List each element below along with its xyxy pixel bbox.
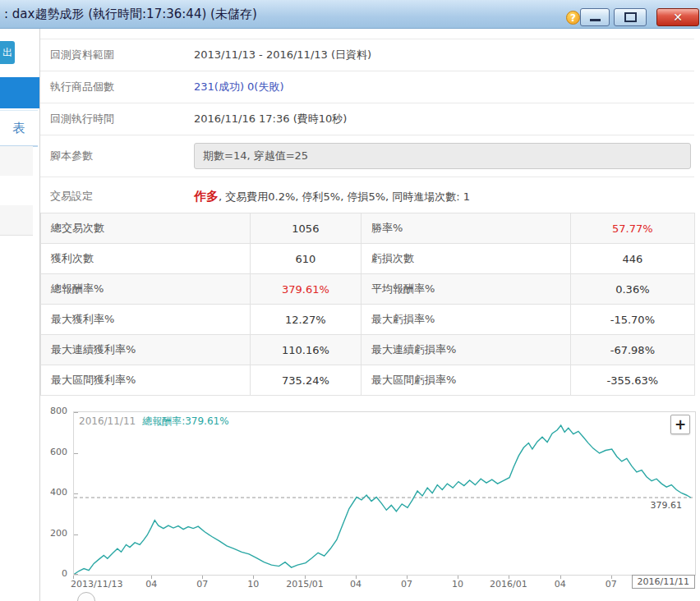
pan-circle-button[interactable] (77, 592, 95, 601)
y-tick-label: 600 (50, 447, 67, 457)
x-tick-label: 07 (196, 579, 208, 590)
y-axis: 0200400600800 (40, 411, 71, 574)
help-icon: ? (570, 12, 576, 24)
y-tick-label: 400 (50, 487, 67, 498)
info-row-script-params: 腳本參數 期數=14, 穿越值=25 (40, 135, 694, 177)
window-title: : dax趨勢成形 (執行時間:17:36:44) (未儲存) (4, 7, 257, 22)
minimize-button[interactable] (580, 8, 610, 26)
chart-annotation: 2016/11/11總報酬率:379.61% (79, 415, 229, 429)
x-tick-mark (202, 576, 203, 579)
info-value: 作多, 交易費用0.2%, 停利5%, 停損5%, 同時進場次數: 1 (194, 189, 470, 204)
x-tick-mark (356, 576, 357, 579)
info-row-data-range: 回測資料範圍 2013/11/13 - 2016/11/13 (日資料) (40, 39, 694, 71)
x-tick-label: 2016/01 (490, 579, 527, 590)
sidebar-item-export[interactable]: 出 (0, 41, 15, 64)
results-chart: 0200400600800 2016/11/11總報酬率:379.61% + 3… (40, 405, 698, 601)
sidebar-export-label: 出 (2, 46, 12, 60)
y-tick-mark (74, 574, 78, 575)
stat-value-cell: 735.24% (250, 365, 361, 396)
marker-label: 379.61 (649, 500, 684, 511)
x-tick-label: 10 (247, 579, 259, 590)
x-tick-mark (560, 576, 561, 579)
stat-label-cell: 最大虧損率% (362, 305, 571, 335)
x-tick-mark (458, 576, 458, 579)
title-bar[interactable]: : dax趨勢成形 (執行時間:17:36:44) (未儲存) ? ✕ (0, 0, 700, 29)
x-tick-mark (305, 576, 306, 579)
sidebar-list-item[interactable] (0, 205, 33, 236)
info-label: 交易設定 (50, 189, 194, 204)
info-row-run-time: 回測執行時間 2016/11/16 17:36 (費時10秒) (40, 103, 694, 135)
x-axis: 2013/11/130407102015/010407102016/010407 (73, 576, 694, 592)
x-tick-label: 04 (555, 579, 566, 590)
plot-area[interactable]: 2016/11/11總報酬率:379.61% + 379.61 (73, 411, 696, 576)
x-tick-label: 07 (606, 579, 617, 590)
table-row: 最大獲利率% 12.27% 最大虧損率% -15.70% (41, 305, 695, 335)
stat-label-cell: 總報酬率% (41, 274, 251, 305)
table-row: 最大連續獲利率% 110.16% 最大連續虧損率% -67.98% (41, 335, 695, 365)
help-button[interactable]: ? (566, 11, 580, 25)
stat-value-cell: -67.98% (570, 335, 694, 365)
x-tick-mark (73, 576, 74, 579)
script-params-input[interactable]: 期數=14, 穿越值=25 (194, 143, 691, 169)
y-tick-mark (74, 493, 78, 494)
x-tick-label: 07 (401, 579, 412, 590)
annotation-series: 總報酬率:379.61% (142, 415, 228, 427)
maximize-button[interactable] (614, 8, 647, 26)
x-tick-mark (253, 576, 254, 579)
sidebar-item-active[interactable] (0, 77, 39, 108)
info-label: 回測執行時間 (50, 112, 194, 126)
info-label: 回測資料範圍 (50, 48, 194, 62)
y-tick-label: 0 (62, 568, 67, 579)
annotation-date: 2016/11/11 (79, 415, 136, 427)
trade-settings-rest: , 交易費用0.2%, 停利5%, 停損5%, 同時進場次數: 1 (219, 190, 470, 203)
stat-value-cell: 0.36% (570, 274, 694, 305)
minimize-icon (590, 19, 601, 21)
stat-label-cell: 獲利次數 (41, 244, 251, 274)
x-tick-mark (509, 576, 509, 579)
x-tick-label: 04 (145, 579, 157, 590)
equity-curve (74, 425, 691, 574)
zoom-in-button[interactable]: + (670, 415, 690, 434)
info-row-symbol-count: 執行商品個數 231(成功) 0(失敗) (40, 71, 694, 103)
table-row: 最大區間獲利率% 735.24% 最大區間虧損率% -355.63% (41, 365, 695, 396)
x-tick-mark (151, 576, 152, 579)
y-tick-label: 800 (50, 406, 67, 416)
info-value: 2016/11/16 17:36 (費時10秒) (194, 112, 347, 126)
y-tick-mark (74, 453, 78, 454)
info-label: 執行商品個數 (50, 80, 194, 94)
stat-value-cell: 610 (250, 244, 361, 274)
y-tick-label: 200 (50, 528, 67, 539)
close-button[interactable]: ✕ (656, 8, 699, 26)
main-panel: 回測資料範圍 2013/11/13 - 2016/11/13 (日資料) 執行商… (39, 29, 700, 601)
table-row: 總交易次數 1056 勝率% 57.77% (41, 213, 695, 244)
x-tick-mark (611, 576, 612, 579)
stat-value-cell: 110.16% (250, 335, 361, 365)
x-tick-label: 10 (452, 579, 463, 590)
stat-value-cell: -15.70% (570, 305, 694, 335)
stat-label-cell: 平均報酬率% (362, 274, 571, 305)
info-row-trade-settings: 交易設定 作多, 交易費用0.2%, 停利5%, 停損5%, 同時進場次數: 1 (40, 177, 694, 216)
y-tick-mark (74, 534, 78, 535)
close-icon: ✕ (657, 9, 698, 25)
sidebar-tab-report[interactable]: 表 (0, 110, 38, 147)
info-label: 腳本參數 (50, 149, 194, 163)
stat-value-cell: 446 (570, 244, 694, 274)
y-tick-mark (74, 412, 78, 413)
stat-label-cell: 勝率% (362, 213, 571, 244)
trade-direction: 作多 (194, 189, 219, 204)
equity-curve-svg[interactable] (74, 412, 695, 575)
table-row: 總報酬率% 379.61% 平均報酬率% 0.36% (41, 274, 695, 305)
stat-value-cell: -355.63% (570, 365, 694, 396)
x-tick-mark (407, 576, 408, 579)
stat-value-cell: 12.27% (250, 305, 361, 335)
sidebar-list-item[interactable] (0, 146, 33, 177)
sidebar-list-item[interactable] (0, 176, 33, 206)
sidebar-report-label: 表 (13, 121, 25, 136)
table-row: 獲利次數 610 虧損次數 446 (41, 244, 695, 274)
stat-label-cell: 最大連續虧損率% (362, 335, 571, 365)
x-tick-label: 04 (350, 579, 362, 590)
stat-label-cell: 總交易次數 (41, 213, 251, 244)
stat-label-cell: 最大區間虧損率% (362, 365, 571, 396)
info-value: 231(成功) 0(失敗) (194, 80, 284, 94)
stat-value-cell: 379.61% (250, 274, 361, 305)
